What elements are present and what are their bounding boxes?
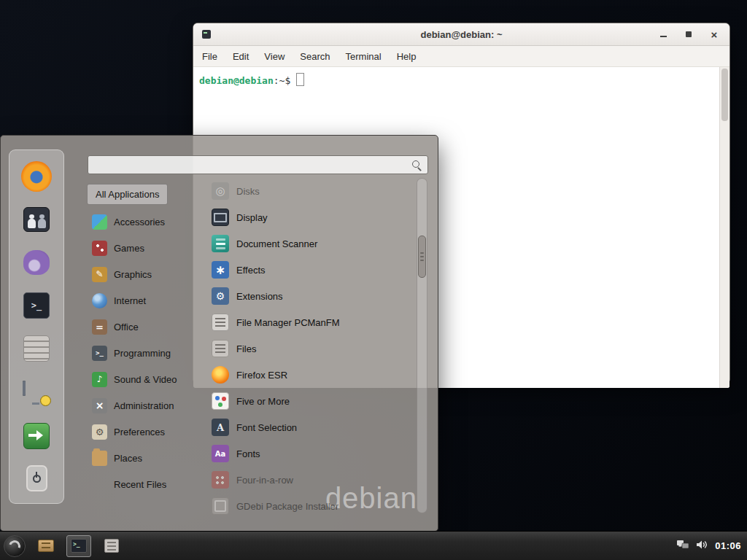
menu-help[interactable]: Help	[397, 51, 417, 62]
font-selection-icon	[212, 419, 229, 436]
disks-icon	[212, 182, 229, 200]
log-out-icon	[23, 423, 50, 449]
file-manager-launcher[interactable]	[34, 535, 58, 557]
software-manager-icon	[23, 335, 50, 362]
application-menu: debian All Applications Accessorie	[0, 135, 438, 532]
terminal-taskbar-icon	[71, 539, 87, 553]
file-manager-icon	[212, 314, 229, 331]
terminal-icon	[23, 292, 50, 319]
administration-icon	[92, 398, 107, 413]
favorite-pidgin[interactable]	[19, 246, 54, 279]
terminal-menubar: File Edit View Search Terminal Help	[193, 46, 729, 67]
applications-scrollbar[interactable]	[417, 178, 427, 513]
taskbar-left	[4, 535, 124, 557]
category-all-applications[interactable]: All Applications	[87, 184, 168, 205]
app-fonts[interactable]: Fonts	[206, 440, 416, 467]
gdebi-icon	[212, 497, 229, 515]
file-manager-taskbar-icon	[38, 540, 54, 552]
app-effects[interactable]: Effects	[206, 257, 416, 283]
games-icon	[92, 241, 107, 256]
fonts-icon	[212, 445, 229, 462]
category-graphics[interactable]: Graphics	[87, 261, 202, 287]
category-office[interactable]: Office	[87, 314, 202, 340]
menu-file[interactable]: File	[202, 51, 217, 62]
category-games[interactable]: Games	[87, 235, 202, 261]
category-administration[interactable]: Administration	[87, 392, 202, 419]
minimize-button[interactable]	[655, 26, 671, 42]
category-internet[interactable]: Internet	[87, 287, 202, 314]
internet-icon	[92, 293, 107, 308]
window-controls: ×	[655, 23, 722, 45]
menu-search[interactable]: Search	[300, 51, 330, 62]
close-button[interactable]: ×	[706, 26, 722, 42]
app-files[interactable]: Files	[206, 335, 416, 362]
app-four-in-a-row[interactable]: Four-in-a-row	[206, 467, 416, 493]
terminal-cursor	[296, 73, 304, 86]
volume-icon[interactable]	[696, 540, 708, 553]
search-input[interactable]	[88, 156, 427, 174]
display-icon	[212, 209, 229, 226]
pidgin-icon	[23, 250, 50, 275]
prompt-user: debian@debian	[199, 75, 274, 86]
favorites-column	[9, 149, 64, 504]
category-accessories[interactable]: Accessories	[87, 209, 202, 235]
terminal-scrollbar-thumb[interactable]	[721, 69, 728, 121]
app-firefox-esr[interactable]: Firefox ESR	[206, 362, 416, 388]
favorite-users[interactable]	[19, 203, 54, 236]
category-sound-video[interactable]: Sound & Video	[87, 366, 202, 392]
files-launcher[interactable]	[99, 535, 124, 557]
system-tray: 01:06	[677, 540, 741, 553]
app-five-or-more[interactable]: Five or More	[206, 388, 416, 414]
programming-icon	[92, 346, 107, 361]
lock-screen-button[interactable]	[19, 378, 54, 410]
category-preferences[interactable]: Preferences	[87, 419, 202, 445]
app-gdebi-package-installer[interactable]: GDebi Package Installer	[206, 493, 416, 515]
app-font-selection[interactable]: Font Selection	[206, 414, 416, 440]
lock-screen-icon	[23, 382, 50, 405]
prompt-path: :~$	[274, 75, 290, 86]
terminal-window-icon	[202, 30, 211, 39]
five-or-more-icon	[212, 392, 229, 410]
shut-down-button[interactable]	[19, 462, 54, 494]
desktop: debian@debian: ~ × File Edit View Search…	[0, 0, 747, 560]
app-extensions[interactable]: Extensions	[206, 283, 416, 309]
category-programming[interactable]: Programming	[87, 340, 202, 366]
document-scanner-icon	[212, 235, 229, 252]
places-icon	[92, 451, 107, 466]
sound-video-icon	[92, 372, 107, 387]
app-disks[interactable]: Disks	[206, 178, 416, 204]
terminal-scrollbar[interactable]	[719, 67, 729, 388]
favorite-terminal[interactable]	[19, 289, 54, 322]
recent-files-icon	[92, 477, 107, 492]
category-recent-files[interactable]: Recent Files	[87, 471, 202, 497]
menu-edit[interactable]: Edit	[233, 51, 249, 62]
favorite-firefox[interactable]	[19, 160, 54, 192]
app-document-scanner[interactable]: Document Scanner	[206, 230, 416, 257]
clock[interactable]: 01:06	[715, 540, 741, 551]
scrollbar-thumb[interactable]	[418, 236, 426, 278]
terminal-titlebar[interactable]: debian@debian: ~ ×	[193, 23, 729, 46]
network-icon[interactable]	[677, 540, 689, 553]
menu-view[interactable]: View	[264, 51, 285, 62]
window-title: debian@debian: ~	[193, 29, 729, 40]
files-taskbar-icon	[104, 539, 119, 553]
office-icon	[92, 319, 107, 335]
firefox-icon	[21, 161, 52, 192]
category-places[interactable]: Places	[87, 445, 202, 471]
menu-terminal[interactable]: Terminal	[346, 51, 382, 62]
taskbar: 01:06	[0, 531, 747, 560]
maximize-button[interactable]	[681, 26, 697, 42]
menu-button[interactable]	[4, 535, 26, 557]
effects-icon	[212, 261, 229, 279]
firefox-esr-icon	[212, 366, 229, 384]
log-out-button[interactable]	[19, 420, 54, 452]
app-display[interactable]: Display	[206, 204, 416, 230]
search-bar	[88, 155, 428, 174]
accessories-icon	[92, 214, 107, 230]
search-icon	[411, 160, 422, 171]
app-file-manager-pcmanfm[interactable]: File Manager PCManFM	[206, 309, 416, 335]
categories-list: All Applications Accessories Games Graph…	[87, 181, 202, 497]
favorite-software-manager[interactable]	[19, 332, 54, 365]
files-icon	[212, 340, 229, 357]
terminal-taskbar-button[interactable]	[66, 535, 91, 557]
